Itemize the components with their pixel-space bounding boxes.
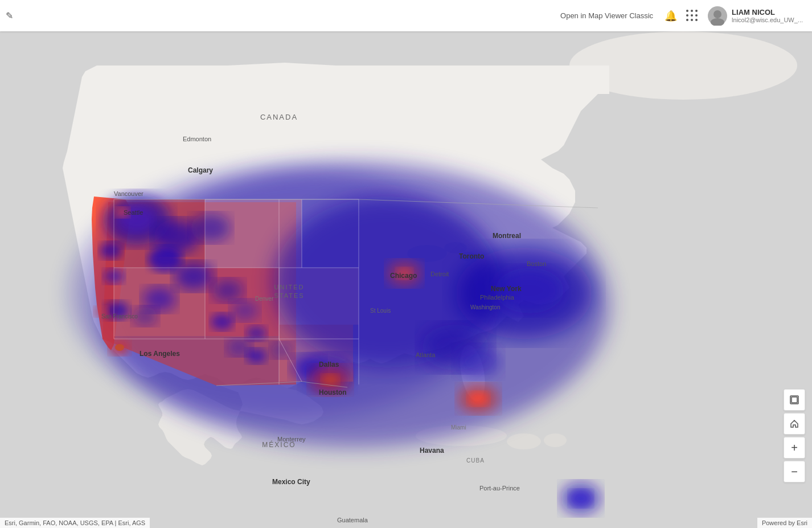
header: ✎ Open in Map Viewer Classic 🔔 LIAM NICO… [0, 0, 812, 31]
svg-text:Miami: Miami [451, 424, 466, 431]
svg-text:Toronto: Toronto [459, 252, 484, 260]
svg-text:Denver: Denver [255, 296, 274, 302]
svg-text:Calgary: Calgary [188, 166, 213, 174]
svg-text:Atlanta: Atlanta [416, 351, 436, 358]
svg-text:STATES: STATES [274, 292, 304, 299]
svg-text:Detroit: Detroit [430, 271, 449, 277]
user-name: LIAM NICOL [732, 8, 803, 17]
svg-text:Chicago: Chicago [390, 272, 417, 280]
svg-text:CANADA: CANADA [260, 113, 298, 121]
edit-icon[interactable]: ✎ [6, 10, 13, 21]
svg-rect-108 [792, 397, 797, 403]
svg-text:Montreal: Montreal [493, 232, 521, 240]
user-email: lnicol2@wisc.edu_UW_... [732, 17, 803, 23]
svg-text:Dallas: Dallas [319, 361, 339, 369]
home-extent-button[interactable] [784, 413, 805, 435]
svg-point-8 [507, 433, 541, 449]
svg-text:Vancouver: Vancouver [114, 190, 143, 197]
map-toolbar: + − [784, 389, 805, 482]
zoom-out-icon: − [791, 466, 798, 477]
svg-point-9 [544, 433, 567, 447]
svg-text:UNITED: UNITED [274, 284, 305, 290]
svg-text:Guatemala: Guatemala [337, 517, 368, 523]
svg-text:Mexico City: Mexico City [272, 478, 310, 486]
svg-text:St Louis: St Louis [370, 308, 391, 314]
svg-text:Seattle: Seattle [124, 209, 143, 216]
svg-text:San Francisco: San Francisco [101, 313, 138, 320]
svg-point-47 [468, 392, 489, 406]
user-profile[interactable]: LIAM NICOL lnicol2@wisc.edu_UW_... [708, 6, 803, 26]
zoom-in-icon: + [791, 442, 798, 453]
svg-point-59 [569, 490, 592, 507]
powered-by: Powered by Esri [757, 518, 812, 528]
svg-text:Houston: Houston [319, 388, 347, 396]
fullscreen-button[interactable] [784, 389, 805, 411]
attribution: Esri, Garmin, FAO, NOAA, USGS, EPA | Esr… [0, 518, 150, 528]
svg-text:Port-au-Prince: Port-au-Prince [479, 485, 520, 492]
svg-text:Havana: Havana [420, 447, 444, 455]
svg-text:Philadelphia: Philadelphia [480, 294, 515, 301]
svg-point-0 [713, 10, 721, 18]
zoom-out-button[interactable]: − [784, 461, 805, 482]
app-switcher-icon[interactable] [686, 10, 699, 22]
map-viewer-classic-link[interactable]: Open in Map Viewer Classic [560, 11, 653, 20]
svg-text:New York: New York [491, 285, 522, 293]
svg-rect-5 [97, 66, 609, 94]
svg-text:Boston: Boston [527, 260, 546, 267]
svg-text:Los Angeles: Los Angeles [140, 350, 180, 358]
map-container[interactable]: CANADA UNITED STATES MÉXICO CUBA Calgary… [0, 31, 812, 528]
svg-text:CUBA: CUBA [466, 457, 485, 464]
svg-text:Washington: Washington [470, 304, 500, 310]
avatar [708, 6, 727, 26]
svg-text:Monterrey: Monterrey [277, 436, 306, 443]
zoom-in-button[interactable]: + [784, 437, 805, 459]
svg-point-1 [711, 18, 724, 26]
svg-text:Edmonton: Edmonton [183, 136, 211, 142]
notification-bell-icon[interactable]: 🔔 [665, 10, 677, 22]
